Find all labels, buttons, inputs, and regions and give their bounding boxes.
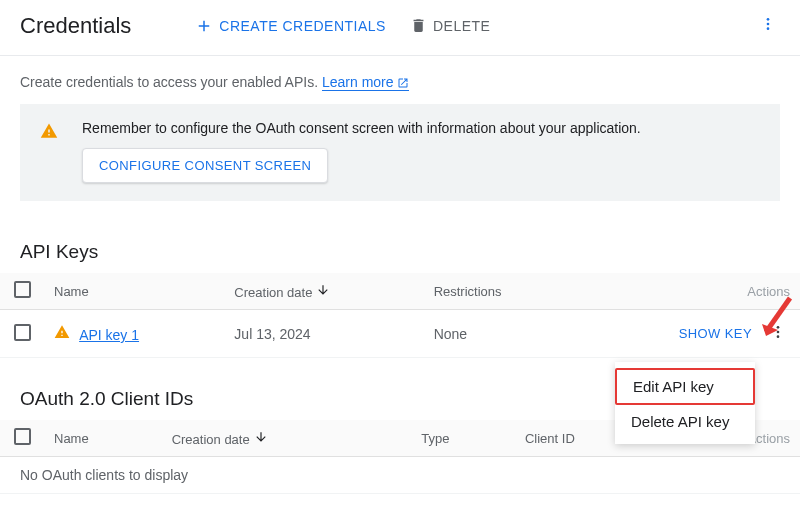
arrow-down-icon: [254, 432, 268, 447]
delete-button[interactable]: DELETE: [410, 17, 490, 34]
create-credentials-button[interactable]: CREATE CREDENTIALS: [195, 17, 386, 35]
creation-column-header[interactable]: Creation date: [162, 420, 412, 457]
select-all-checkbox[interactable]: [14, 281, 31, 298]
restrictions-column-header[interactable]: Restrictions: [424, 273, 575, 310]
banner-body: Remember to configure the OAuth consent …: [82, 120, 641, 183]
banner-message: Remember to configure the OAuth consent …: [82, 120, 641, 136]
trash-icon: [410, 17, 427, 34]
svg-point-1: [767, 23, 770, 26]
empty-state-row: No OAuth clients to display: [0, 457, 800, 494]
topbar-overflow-button[interactable]: [756, 12, 780, 39]
delete-label: DELETE: [433, 18, 490, 34]
show-key-button[interactable]: SHOW KEY: [679, 326, 752, 341]
arrow-down-icon: [316, 285, 330, 300]
arrow-annotation-icon: [760, 296, 794, 343]
name-column-header[interactable]: Name: [44, 420, 162, 457]
warning-icon: [54, 327, 70, 343]
page-title: Credentials: [20, 13, 131, 39]
row-actions-menu: Edit API key Delete API key: [615, 362, 755, 444]
api-keys-title: API Keys: [20, 241, 800, 263]
type-column-header[interactable]: Type: [411, 420, 515, 457]
intro-text: Create credentials to access your enable…: [20, 74, 780, 90]
intro-label: Create credentials to access your enable…: [20, 74, 322, 90]
row-checkbox[interactable]: [14, 324, 31, 341]
api-key-name-link[interactable]: API key 1: [79, 327, 139, 343]
topbar: Credentials CREATE CREDENTIALS DELETE: [0, 0, 800, 56]
creation-date-cell: Jul 13, 2024: [224, 310, 423, 358]
plus-icon: [195, 17, 213, 35]
name-column-header[interactable]: Name: [44, 273, 224, 310]
select-all-checkbox[interactable]: [14, 428, 31, 445]
table-row: API key 1 Jul 13, 2024 None SHOW KEY: [0, 310, 800, 358]
api-keys-table: Name Creation date Restrictions Actions …: [0, 273, 800, 358]
creation-column-header[interactable]: Creation date: [224, 273, 423, 310]
configure-consent-button[interactable]: CONFIGURE CONSENT SCREEN: [82, 148, 328, 183]
svg-point-0: [767, 18, 770, 21]
warning-icon: [40, 122, 58, 140]
create-credentials-label: CREATE CREDENTIALS: [219, 18, 386, 34]
oauth-consent-banner: Remember to configure the OAuth consent …: [20, 104, 780, 201]
checkbox-column-header: [0, 420, 44, 457]
learn-more-link[interactable]: Learn more: [322, 74, 409, 91]
empty-state-message: No OAuth clients to display: [0, 457, 800, 494]
edit-api-key-menu-item[interactable]: Edit API key: [615, 368, 755, 405]
intro-section: Create credentials to access your enable…: [0, 56, 800, 211]
svg-point-2: [767, 27, 770, 30]
checkbox-column-header: [0, 273, 44, 310]
restrictions-cell: None: [424, 310, 575, 358]
delete-api-key-menu-item[interactable]: Delete API key: [615, 405, 755, 438]
